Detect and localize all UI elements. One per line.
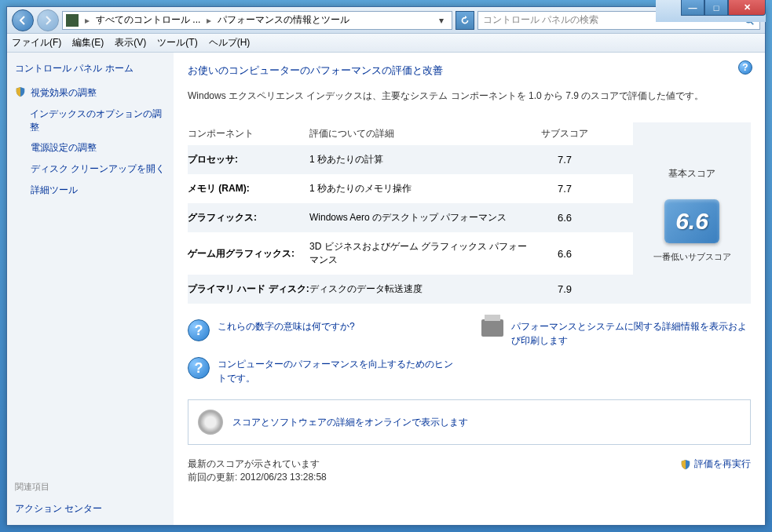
shield-icon [15,86,26,97]
forward-arrow-icon [42,14,54,27]
sidebar-disk-cleanup-link[interactable]: ディスク クリーンアップを開く [31,162,165,176]
sidebar-advanced-tools-link[interactable]: 詳細ツール [31,184,78,197]
breadcrumb-arrow-icon: ▸ [203,15,214,26]
sidebar-indexing-link[interactable]: インデックスのオプションの調整 [30,107,166,134]
forward-button[interactable] [37,9,59,31]
row-detail: Windows Aero のデスクトップ パフォーマンス [309,211,529,224]
question-icon: ? [188,319,210,341]
status-text: 最新のスコアが示されています [188,457,327,471]
sidebar-power-link[interactable]: 電源設定の調整 [31,141,97,155]
minimize-glyph: — [689,3,697,13]
row-subscore: 6.6 [529,248,600,260]
address-box[interactable]: ▸ すべてのコントロール ... ▸ パフォーマンスの情報とツール ▾ [62,11,452,30]
tips-link[interactable]: コンピューターのパフォーマンスを向上するためのヒントです。 [218,357,458,385]
menu-help[interactable]: ヘルプ(H) [209,36,251,49]
online-info-box: スコアとソフトウェアの詳細をオンラインで表示します [188,399,751,445]
control-panel-icon [66,14,79,27]
page-heading: お使いのコンピューターのパフォーマンスの評価と改善 [188,64,751,78]
menu-tools[interactable]: ツール(T) [157,36,197,49]
question-icon: ? [188,357,210,379]
header-basescore: 基本スコア [653,167,731,180]
table-row: プロセッサ: 1 秒あたりの計算 7.7 [188,145,633,174]
table-row: プライマリ ハード ディスク: ディスクのデータ転送速度 7.9 [188,275,633,304]
sidebar-visual-effects-link[interactable]: 視覚効果の調整 [31,86,97,100]
row-subscore: 7.7 [529,183,600,195]
breadcrumb-segment[interactable]: すべてのコントロール ... [96,13,200,27]
minimize-button[interactable]: — [681,0,704,16]
related-heading: 関連項目 [15,481,166,493]
refresh-icon [459,15,470,26]
back-arrow-icon [16,14,29,27]
menu-edit[interactable]: 編集(E) [72,36,104,49]
action-center-link[interactable]: アクション センター [15,502,166,516]
address-dropdown-button[interactable]: ▾ [434,12,448,29]
close-glyph: ✕ [744,2,751,13]
back-button[interactable] [12,9,34,31]
row-subscore: 7.7 [529,154,600,166]
printer-icon [481,319,503,337]
address-bar: ▸ すべてのコントロール ... ▸ パフォーマンスの情報とツール ▾ コントロ… [7,7,765,34]
row-detail: 1 秒あたりの計算 [309,153,529,166]
table-header-row: コンポーネント 評価についての詳細 サブスコア [188,122,633,145]
maximize-glyph: □ [714,3,719,13]
row-subscore: 7.9 [529,283,600,295]
header-component: コンポーネント [188,127,309,140]
help-button[interactable]: ? [738,60,752,75]
row-component: プライマリ ハード ディスク: [188,282,309,296]
row-component: ゲーム用グラフィックス: [188,247,309,261]
header-subscore: サブスコア [529,127,600,140]
menu-bar: ファイル(F) 編集(E) 表示(V) ツール(T) ヘルプ(H) [7,34,765,53]
base-score-label: 一番低いサブスコア [653,251,731,263]
search-placeholder: コントロール パネルの検索 [483,13,598,27]
print-details-link[interactable]: パフォーマンスとシステムに関する詳細情報を表示および印刷します [511,319,752,348]
row-component: グラフィックス: [188,211,309,224]
menu-view[interactable]: 表示(V) [115,36,146,49]
row-subscore: 6.6 [529,212,600,224]
main-content: ? お使いのコンピューターのパフォーマンスの評価と改善 Windows エクスペ… [174,53,765,525]
refresh-button[interactable] [456,11,474,30]
row-component: メモリ (RAM): [188,182,309,195]
maximize-button[interactable]: □ [704,0,728,16]
row-component: プロセッサ: [188,153,309,166]
online-details-link[interactable]: スコアとソフトウェアの詳細をオンラインで表示します [232,415,468,429]
row-detail: 1 秒あたりのメモリ操作 [309,182,529,195]
table-row: メモリ (RAM): 1 秒あたりのメモリ操作 7.7 [188,174,633,203]
meaning-link[interactable]: これらの数字の意味は何ですか? [218,319,355,333]
shield-icon [680,459,691,470]
rerun-link[interactable]: 評価を再実行 [680,457,751,471]
row-detail: ディスクのデータ転送速度 [309,282,529,296]
close-button[interactable]: ✕ [728,0,766,16]
menu-file[interactable]: ファイル(F) [12,36,61,49]
table-row: グラフィックス: Windows Aero のデスクトップ パフォーマンス 6.… [188,203,633,232]
page-description: Windows エクスペリエンス インデックスは、主要なシステム コンポーネント… [188,89,751,104]
table-row: ゲーム用グラフィックス: 3D ビジネスおよびゲーム グラフィックス パフォーマ… [188,232,633,275]
breadcrumb-arrow-icon: ▸ [82,15,93,26]
row-detail: 3D ビジネスおよびゲーム グラフィックス パフォーマンス [309,240,529,267]
header-detail: 評価についての詳細 [309,127,529,140]
sidebar: コントロール パネル ホーム 視覚効果の調整 インデックスのオプションの調整 電… [7,53,174,525]
control-panel-home-link[interactable]: コントロール パネル ホーム [15,62,166,75]
base-score-badge: 6.6 [664,199,719,243]
breadcrumb-segment[interactable]: パフォーマンスの情報とツール [218,13,349,27]
rerun-label: 評価を再実行 [694,457,751,471]
last-updated-text: 前回の更新: 2012/06/23 13:28:58 [188,471,327,484]
software-disc-icon [198,410,223,435]
